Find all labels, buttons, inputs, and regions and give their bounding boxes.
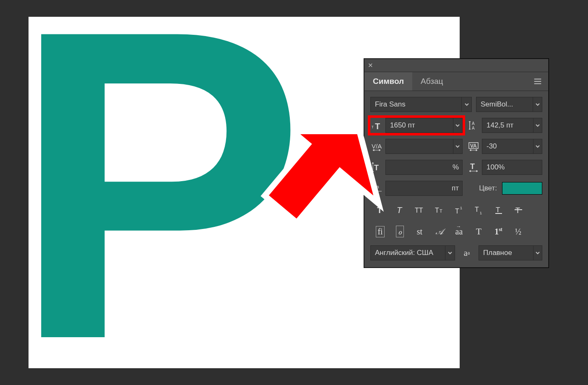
svg-text:V/A: V/A	[372, 143, 382, 150]
opentype-buttons: fi ℴ st 𝒜 aa→ T 1st ½	[370, 224, 542, 239]
svg-text:A: A	[472, 126, 475, 130]
baseline-shift-input[interactable]	[386, 181, 452, 195]
chevron-down-icon[interactable]	[533, 139, 542, 153]
language-input[interactable]	[371, 246, 445, 260]
vertical-scale-input[interactable]	[386, 160, 453, 174]
svg-text:A: A	[472, 121, 475, 126]
svg-text:1: 1	[480, 211, 482, 215]
chevron-down-icon[interactable]	[453, 118, 462, 133]
bold-button[interactable]: T	[370, 202, 390, 218]
strikethrough-button[interactable]: T	[508, 202, 528, 218]
svg-text:T: T	[470, 162, 475, 171]
font-weight-input[interactable]	[476, 97, 533, 112]
panel-tabs: Символ Абзац	[364, 72, 548, 91]
svg-text:A: A	[372, 185, 377, 192]
chevron-down-icon[interactable]	[445, 246, 455, 260]
contextual-alt-button[interactable]: ℴ	[390, 224, 410, 239]
svg-text:T: T	[515, 206, 520, 215]
italic-button[interactable]: T	[390, 202, 410, 218]
font-size-select[interactable]	[385, 118, 463, 133]
color-label: Цвет:	[479, 184, 497, 192]
baseline-shift-input-box[interactable]: пт	[385, 181, 463, 196]
percent-suffix: %	[453, 163, 462, 172]
allcaps-button[interactable]: TT	[410, 202, 429, 218]
smallcaps-button[interactable]: TT	[429, 202, 449, 218]
tracking-input[interactable]	[482, 139, 533, 153]
subscript-button[interactable]: T1	[469, 202, 489, 218]
panel-titlebar[interactable]: ✕	[364, 59, 548, 72]
language-select[interactable]	[370, 245, 455, 260]
close-icon[interactable]: ✕	[368, 62, 373, 69]
font-family-input[interactable]	[371, 97, 461, 112]
svg-text:a: a	[377, 185, 379, 189]
leading-icon: AA	[467, 118, 480, 133]
pt-suffix: пт	[452, 184, 462, 192]
svg-text:T: T	[440, 208, 442, 213]
svg-text:T: T	[475, 206, 479, 213]
svg-text:T: T	[496, 206, 500, 214]
antialias-icon: aa	[459, 248, 474, 258]
kerning-icon: V/A	[370, 139, 384, 153]
svg-text:т: т	[372, 125, 374, 129]
antialias-select[interactable]	[479, 245, 542, 260]
tab-paragraph[interactable]: Абзац	[412, 72, 451, 91]
underline-button[interactable]: T	[489, 202, 508, 218]
svg-text:VA: VA	[470, 143, 477, 149]
superscript-button[interactable]: T1	[449, 202, 469, 218]
discretionary-lig-button[interactable]: st	[410, 224, 429, 239]
antialias-input[interactable]	[479, 246, 533, 260]
svg-text:T: T	[374, 164, 379, 172]
kerning-input[interactable]	[386, 139, 453, 153]
character-panel: ✕ Символ Абзац	[364, 59, 549, 268]
svg-text:T: T	[377, 206, 382, 215]
horizontal-scale-input-box[interactable]	[482, 160, 542, 175]
stylistic-alt-button[interactable]: aa→	[449, 224, 469, 239]
swash-button[interactable]: 𝒜	[429, 224, 449, 239]
ligatures-button[interactable]: fi	[370, 224, 390, 239]
chevron-down-icon[interactable]	[533, 246, 542, 260]
fractions-button[interactable]: ½	[508, 224, 528, 239]
vertical-scale-icon: T	[370, 160, 384, 174]
font-family-select[interactable]	[370, 97, 472, 112]
font-size-icon: тT	[370, 118, 384, 133]
titling-alt-button[interactable]: T	[469, 224, 489, 239]
horizontal-scale-icon: T	[467, 160, 480, 174]
svg-text:T: T	[435, 207, 439, 214]
svg-text:T: T	[455, 208, 459, 215]
svg-text:T: T	[375, 122, 380, 131]
canvas-glyph: P	[12, 8, 297, 361]
text-color-swatch[interactable]	[502, 182, 542, 195]
svg-text:T: T	[397, 206, 403, 215]
ordinals-button[interactable]: 1st	[489, 224, 508, 239]
font-size-group: тT	[370, 118, 463, 133]
font-size-input[interactable]	[386, 118, 453, 133]
kerning-select[interactable]	[385, 139, 463, 154]
tracking-select[interactable]	[482, 139, 542, 154]
chevron-down-icon[interactable]	[533, 97, 542, 112]
font-weight-select[interactable]	[476, 97, 542, 112]
tab-character[interactable]: Символ	[364, 72, 412, 91]
chevron-down-icon[interactable]	[453, 139, 462, 153]
leading-select[interactable]	[482, 118, 542, 133]
baseline-shift-icon: Aa	[370, 181, 384, 195]
panel-menu-icon[interactable]	[527, 72, 548, 91]
svg-text:1: 1	[460, 206, 462, 210]
type-style-buttons: T T TT TT T1 T1 T T	[370, 202, 542, 218]
chevron-down-icon[interactable]	[461, 97, 471, 112]
tracking-icon: VA	[467, 139, 480, 153]
vertical-scale-input-box[interactable]: %	[385, 160, 463, 175]
svg-text:TT: TT	[415, 207, 423, 214]
chevron-down-icon[interactable]	[533, 118, 542, 133]
leading-input[interactable]	[482, 118, 533, 133]
horizontal-scale-input[interactable]	[482, 160, 542, 174]
